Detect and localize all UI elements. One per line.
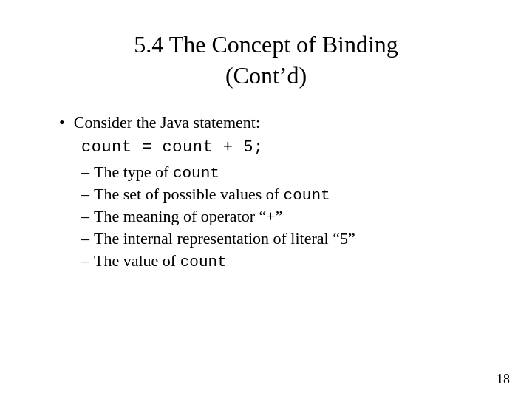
dash-5: –	[81, 251, 89, 270]
sub-text-3: The meaning of operator “+”	[94, 207, 283, 226]
inline-code-5: count	[180, 253, 227, 270]
sub-text-5: The value of count	[94, 251, 227, 270]
sub-item-5: – The value of count	[59, 251, 488, 270]
slide: 5.4 The Concept of Binding (Cont’d) • Co…	[0, 0, 532, 399]
dash-2: –	[81, 185, 89, 204]
title-line1: 5.4 The Concept of Binding	[134, 31, 398, 58]
page-number: 18	[497, 372, 510, 387]
inline-code-2: count	[284, 187, 330, 204]
sub-text-2: The set of possible values of count	[94, 185, 330, 204]
code-statement: count = count + 5;	[81, 138, 488, 157]
inline-code-1: count	[173, 165, 219, 182]
sub-item-1: – The type of count	[59, 163, 488, 182]
bullet-intro-text: Consider the Java statement:	[74, 113, 260, 132]
sub-item-2: – The set of possible values of count	[59, 185, 488, 204]
slide-title: 5.4 The Concept of Binding (Cont’d)	[44, 30, 488, 91]
slide-content: • Consider the Java statement: count = c…	[44, 113, 488, 377]
bullet-dot: •	[59, 113, 65, 132]
sub-item-3: – The meaning of operator “+”	[59, 207, 488, 226]
main-bullet: • Consider the Java statement:	[59, 113, 488, 132]
dash-1: –	[81, 163, 89, 182]
dash-3: –	[81, 207, 89, 226]
sub-text-4: The internal representation of literal “…	[94, 229, 355, 248]
sub-item-4: – The internal representation of literal…	[59, 229, 488, 248]
sub-text-1: The type of count	[94, 163, 219, 182]
dash-4: –	[81, 229, 89, 248]
title-line2: (Cont’d)	[225, 62, 307, 89]
